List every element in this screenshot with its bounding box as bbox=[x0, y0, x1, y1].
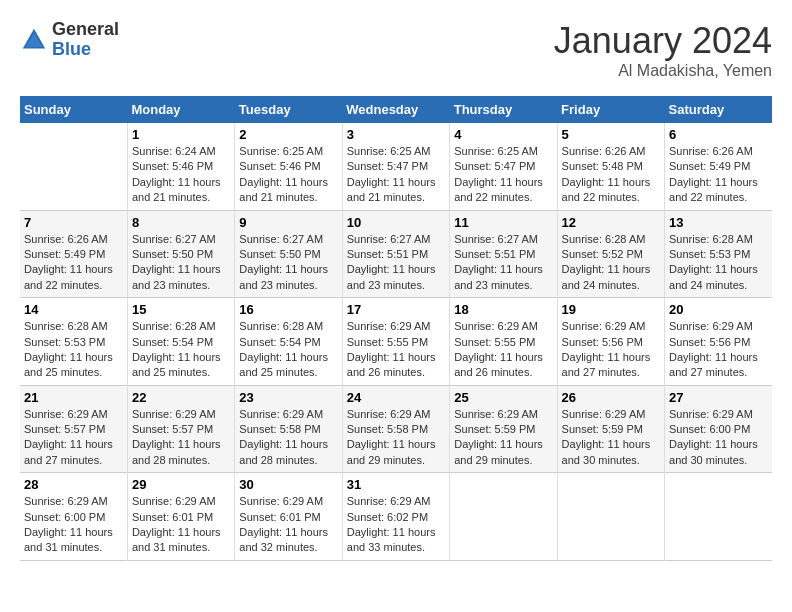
calendar-cell: 31Sunrise: 6:29 AM Sunset: 6:02 PM Dayli… bbox=[342, 473, 449, 561]
calendar-cell: 9Sunrise: 6:27 AM Sunset: 5:50 PM Daylig… bbox=[235, 210, 342, 298]
day-info: Sunrise: 6:29 AM Sunset: 5:56 PM Dayligh… bbox=[562, 319, 660, 381]
day-number: 18 bbox=[454, 302, 552, 317]
calendar-cell: 21Sunrise: 6:29 AM Sunset: 5:57 PM Dayli… bbox=[20, 385, 127, 473]
calendar-cell: 14Sunrise: 6:28 AM Sunset: 5:53 PM Dayli… bbox=[20, 298, 127, 386]
calendar-cell: 18Sunrise: 6:29 AM Sunset: 5:55 PM Dayli… bbox=[450, 298, 557, 386]
calendar-cell: 26Sunrise: 6:29 AM Sunset: 5:59 PM Dayli… bbox=[557, 385, 664, 473]
day-info: Sunrise: 6:29 AM Sunset: 5:57 PM Dayligh… bbox=[132, 407, 230, 469]
day-info: Sunrise: 6:29 AM Sunset: 5:58 PM Dayligh… bbox=[347, 407, 445, 469]
day-number: 9 bbox=[239, 215, 337, 230]
day-number: 29 bbox=[132, 477, 230, 492]
calendar-cell bbox=[557, 473, 664, 561]
header-friday: Friday bbox=[557, 96, 664, 123]
day-number: 15 bbox=[132, 302, 230, 317]
header-tuesday: Tuesday bbox=[235, 96, 342, 123]
day-number: 22 bbox=[132, 390, 230, 405]
calendar-cell: 8Sunrise: 6:27 AM Sunset: 5:50 PM Daylig… bbox=[127, 210, 234, 298]
day-info: Sunrise: 6:25 AM Sunset: 5:47 PM Dayligh… bbox=[454, 144, 552, 206]
day-number: 30 bbox=[239, 477, 337, 492]
header-thursday: Thursday bbox=[450, 96, 557, 123]
calendar-cell: 4Sunrise: 6:25 AM Sunset: 5:47 PM Daylig… bbox=[450, 123, 557, 210]
day-info: Sunrise: 6:27 AM Sunset: 5:51 PM Dayligh… bbox=[454, 232, 552, 294]
day-number: 20 bbox=[669, 302, 768, 317]
calendar-cell: 30Sunrise: 6:29 AM Sunset: 6:01 PM Dayli… bbox=[235, 473, 342, 561]
day-info: Sunrise: 6:24 AM Sunset: 5:46 PM Dayligh… bbox=[132, 144, 230, 206]
day-number: 2 bbox=[239, 127, 337, 142]
calendar-cell: 16Sunrise: 6:28 AM Sunset: 5:54 PM Dayli… bbox=[235, 298, 342, 386]
calendar-cell: 15Sunrise: 6:28 AM Sunset: 5:54 PM Dayli… bbox=[127, 298, 234, 386]
logo-text: General Blue bbox=[52, 20, 119, 60]
header-monday: Monday bbox=[127, 96, 234, 123]
header-saturday: Saturday bbox=[665, 96, 772, 123]
day-number: 24 bbox=[347, 390, 445, 405]
day-number: 14 bbox=[24, 302, 123, 317]
day-info: Sunrise: 6:25 AM Sunset: 5:47 PM Dayligh… bbox=[347, 144, 445, 206]
day-number: 10 bbox=[347, 215, 445, 230]
calendar-cell: 19Sunrise: 6:29 AM Sunset: 5:56 PM Dayli… bbox=[557, 298, 664, 386]
day-info: Sunrise: 6:26 AM Sunset: 5:49 PM Dayligh… bbox=[24, 232, 123, 294]
calendar-header: Sunday Monday Tuesday Wednesday Thursday… bbox=[20, 96, 772, 123]
day-number: 25 bbox=[454, 390, 552, 405]
location: Al Madakisha, Yemen bbox=[554, 62, 772, 80]
calendar-week-2: 7Sunrise: 6:26 AM Sunset: 5:49 PM Daylig… bbox=[20, 210, 772, 298]
calendar-cell bbox=[450, 473, 557, 561]
calendar-cell: 5Sunrise: 6:26 AM Sunset: 5:48 PM Daylig… bbox=[557, 123, 664, 210]
calendar-cell: 11Sunrise: 6:27 AM Sunset: 5:51 PM Dayli… bbox=[450, 210, 557, 298]
day-number: 21 bbox=[24, 390, 123, 405]
logo-general: General bbox=[52, 20, 119, 40]
calendar-cell: 2Sunrise: 6:25 AM Sunset: 5:46 PM Daylig… bbox=[235, 123, 342, 210]
day-number: 27 bbox=[669, 390, 768, 405]
calendar-cell: 13Sunrise: 6:28 AM Sunset: 5:53 PM Dayli… bbox=[665, 210, 772, 298]
header-wednesday: Wednesday bbox=[342, 96, 449, 123]
month-title: January 2024 bbox=[554, 20, 772, 62]
title-block: January 2024 Al Madakisha, Yemen bbox=[554, 20, 772, 80]
day-number: 6 bbox=[669, 127, 768, 142]
day-number: 23 bbox=[239, 390, 337, 405]
days-header-row: Sunday Monday Tuesday Wednesday Thursday… bbox=[20, 96, 772, 123]
day-info: Sunrise: 6:29 AM Sunset: 5:55 PM Dayligh… bbox=[347, 319, 445, 381]
day-info: Sunrise: 6:29 AM Sunset: 5:59 PM Dayligh… bbox=[454, 407, 552, 469]
day-info: Sunrise: 6:29 AM Sunset: 5:59 PM Dayligh… bbox=[562, 407, 660, 469]
calendar-cell: 22Sunrise: 6:29 AM Sunset: 5:57 PM Dayli… bbox=[127, 385, 234, 473]
day-info: Sunrise: 6:28 AM Sunset: 5:54 PM Dayligh… bbox=[239, 319, 337, 381]
calendar-week-1: 1Sunrise: 6:24 AM Sunset: 5:46 PM Daylig… bbox=[20, 123, 772, 210]
day-number: 8 bbox=[132, 215, 230, 230]
day-info: Sunrise: 6:29 AM Sunset: 5:55 PM Dayligh… bbox=[454, 319, 552, 381]
calendar-cell: 3Sunrise: 6:25 AM Sunset: 5:47 PM Daylig… bbox=[342, 123, 449, 210]
calendar-week-5: 28Sunrise: 6:29 AM Sunset: 6:00 PM Dayli… bbox=[20, 473, 772, 561]
day-number: 12 bbox=[562, 215, 660, 230]
calendar-cell: 1Sunrise: 6:24 AM Sunset: 5:46 PM Daylig… bbox=[127, 123, 234, 210]
calendar-cell: 24Sunrise: 6:29 AM Sunset: 5:58 PM Dayli… bbox=[342, 385, 449, 473]
header-sunday: Sunday bbox=[20, 96, 127, 123]
logo-blue: Blue bbox=[52, 40, 119, 60]
day-number: 16 bbox=[239, 302, 337, 317]
day-number: 1 bbox=[132, 127, 230, 142]
calendar-cell: 28Sunrise: 6:29 AM Sunset: 6:00 PM Dayli… bbox=[20, 473, 127, 561]
calendar-cell bbox=[665, 473, 772, 561]
day-number: 4 bbox=[454, 127, 552, 142]
day-number: 28 bbox=[24, 477, 123, 492]
day-number: 11 bbox=[454, 215, 552, 230]
day-info: Sunrise: 6:25 AM Sunset: 5:46 PM Dayligh… bbox=[239, 144, 337, 206]
calendar-cell: 29Sunrise: 6:29 AM Sunset: 6:01 PM Dayli… bbox=[127, 473, 234, 561]
day-number: 13 bbox=[669, 215, 768, 230]
day-info: Sunrise: 6:28 AM Sunset: 5:53 PM Dayligh… bbox=[24, 319, 123, 381]
day-number: 5 bbox=[562, 127, 660, 142]
day-number: 17 bbox=[347, 302, 445, 317]
day-info: Sunrise: 6:29 AM Sunset: 5:56 PM Dayligh… bbox=[669, 319, 768, 381]
day-info: Sunrise: 6:29 AM Sunset: 6:02 PM Dayligh… bbox=[347, 494, 445, 556]
day-number: 31 bbox=[347, 477, 445, 492]
calendar-cell: 17Sunrise: 6:29 AM Sunset: 5:55 PM Dayli… bbox=[342, 298, 449, 386]
logo: General Blue bbox=[20, 20, 119, 60]
day-info: Sunrise: 6:28 AM Sunset: 5:52 PM Dayligh… bbox=[562, 232, 660, 294]
calendar-week-4: 21Sunrise: 6:29 AM Sunset: 5:57 PM Dayli… bbox=[20, 385, 772, 473]
day-info: Sunrise: 6:28 AM Sunset: 5:53 PM Dayligh… bbox=[669, 232, 768, 294]
day-number: 3 bbox=[347, 127, 445, 142]
day-number: 26 bbox=[562, 390, 660, 405]
calendar-cell: 12Sunrise: 6:28 AM Sunset: 5:52 PM Dayli… bbox=[557, 210, 664, 298]
day-info: Sunrise: 6:27 AM Sunset: 5:51 PM Dayligh… bbox=[347, 232, 445, 294]
calendar-body: 1Sunrise: 6:24 AM Sunset: 5:46 PM Daylig… bbox=[20, 123, 772, 560]
calendar-cell: 6Sunrise: 6:26 AM Sunset: 5:49 PM Daylig… bbox=[665, 123, 772, 210]
day-info: Sunrise: 6:29 AM Sunset: 6:00 PM Dayligh… bbox=[24, 494, 123, 556]
day-info: Sunrise: 6:29 AM Sunset: 5:57 PM Dayligh… bbox=[24, 407, 123, 469]
